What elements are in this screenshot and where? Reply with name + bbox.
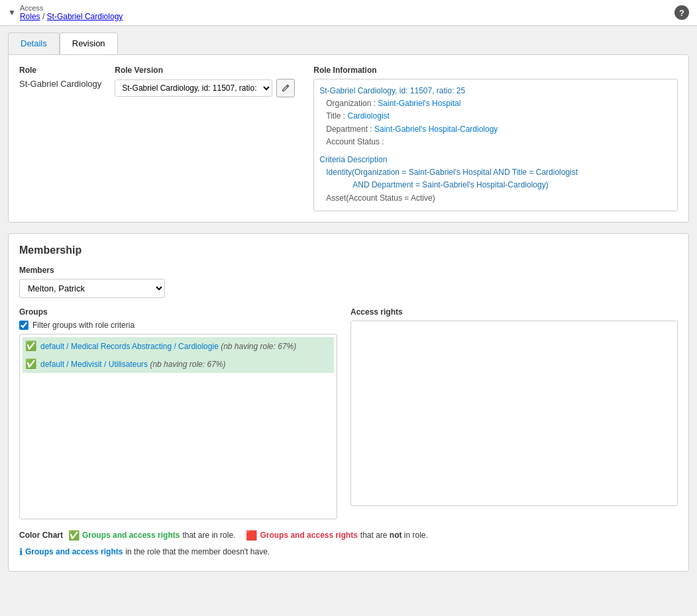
color-chart-label: Color Chart (19, 529, 63, 543)
info-org: Organization : Saint-Gabriel's Hospital (319, 97, 672, 110)
tab-bar: Details Revision (8, 32, 689, 54)
no-access-text: Groups and access rights (25, 545, 123, 560)
group-text-2: default / Medivisit / Utilisateurs (nb h… (40, 358, 225, 370)
groups-access-row: Groups Filter groups with role criteria … (19, 307, 678, 519)
dept-label: Department : (326, 125, 374, 134)
group-item-2: ✅ default / Medivisit / Utilisateurs (nb… (23, 355, 334, 373)
breadcrumb-sep: / (42, 12, 47, 21)
in-role-text: Groups and access rights (82, 529, 180, 543)
org-label: Organization : (326, 99, 378, 108)
role-info-column: Role Information St-Gabriel Cardiology, … (313, 66, 678, 211)
members-label: Members (19, 266, 678, 275)
blue-q-icon: ℹ (19, 544, 23, 560)
info-status: Account Status : (319, 136, 672, 148)
breadcrumb-roles-link[interactable]: Roles (20, 12, 40, 21)
role-card: Role St-Gabriel Cardiology Role Version … (8, 54, 689, 223)
in-role-desc: that are in role. (182, 529, 235, 543)
group-italic-2: (nb having role: 67%) (150, 360, 225, 369)
not-in-role-desc: that are not in role. (360, 529, 428, 543)
role-column: Role St-Gabriel Cardiology (19, 66, 101, 89)
criteria-identity: Identity(Organization = Saint-Gabriel's … (326, 166, 672, 179)
color-chart-green-check: ✅ (68, 527, 80, 544)
criteria-header: Criteria Description (319, 154, 672, 166)
group-italic-1: (nb having role: 67%) (221, 342, 296, 351)
not-in-role-text: Groups and access rights (260, 529, 357, 543)
color-chart-row2: ℹ Groups and access rights in the role t… (19, 544, 678, 560)
role-value: St-Gabriel Cardiology (19, 79, 101, 89)
breadcrumb-current-link[interactable]: St-Gabriel Cardiology (47, 12, 123, 21)
main-content: Details Revision Role St-Gabriel Cardiol… (0, 26, 697, 578)
chevron-down-icon[interactable]: ▼ (8, 8, 16, 17)
membership-section: Membership Members Melton, Patrick Group… (8, 233, 689, 572)
org-value: Saint-Gabriel's Hospital (378, 99, 460, 108)
group-link-2[interactable]: default / Medivisit / Utilisateurs (40, 360, 148, 369)
title-value: Cardiologist (348, 111, 390, 121)
red-exclaim-icon: 🟥 (246, 527, 257, 544)
role-info-label: Role Information (313, 66, 678, 75)
status-label: Account Status : (326, 137, 384, 146)
help-button[interactable]: ? (674, 5, 689, 20)
groups-column: Groups Filter groups with role criteria … (19, 307, 337, 519)
top-bar: ▼ Access Roles / St-Gabriel Cardiology ? (0, 0, 697, 26)
access-rights-box (350, 321, 678, 506)
role-version-column: Role Version St-Gabriel Cardiology, id: … (115, 66, 300, 97)
role-section: Role St-Gabriel Cardiology Role Version … (19, 66, 678, 211)
green-check-icon-2: ✅ (25, 357, 36, 371)
title-label: Title : (326, 111, 347, 121)
criteria-and: AND Department = Saint-Gabriel's Hospita… (352, 179, 672, 191)
green-check-icon: ✅ (25, 339, 36, 353)
color-chart: Color Chart ✅ Groups and access rights t… (19, 527, 678, 560)
access-rights-label: Access rights (350, 307, 678, 317)
breadcrumb: Access Roles / St-Gabriel Cardiology (20, 4, 123, 21)
member-select[interactable]: Melton, Patrick (19, 279, 165, 298)
role-label: Role (19, 66, 101, 75)
version-select[interactable]: St-Gabriel Cardiology, id: 11507, ratio: (115, 79, 272, 97)
group-text-1: default / Medical Records Abstracting / … (40, 340, 296, 352)
filter-checkbox[interactable] (19, 321, 28, 330)
breadcrumb-parent: Access (20, 4, 43, 12)
breadcrumb-path: Roles / St-Gabriel Cardiology (20, 12, 123, 21)
membership-title: Membership (19, 244, 678, 256)
info-dept: Department : Saint-Gabriel's Hospital-Ca… (319, 123, 672, 136)
group-link-1[interactable]: default / Medical Records Abstracting / … (40, 342, 219, 351)
edit-version-button[interactable] (276, 79, 295, 97)
dept-value: Saint-Gabriel's Hospital-Cardiology (374, 125, 498, 134)
tab-revision[interactable]: Revision (60, 32, 118, 54)
groups-list: ✅ default / Medical Records Abstracting … (19, 334, 337, 519)
tab-details[interactable]: Details (8, 32, 60, 54)
breadcrumb-area: ▼ Access Roles / St-Gabriel Cardiology (8, 4, 123, 21)
group-item: ✅ default / Medical Records Abstracting … (23, 337, 334, 355)
info-line1: St-Gabriel Cardiology, id: 11507, ratio:… (319, 85, 672, 97)
no-access-desc: in the role that the member doesn't have… (125, 545, 270, 560)
info-title: Title : Cardiologist (319, 110, 672, 123)
access-rights-column: Access rights (350, 307, 678, 519)
criteria-asset: Asset(Account Status = Active) (326, 192, 672, 205)
version-label: Role Version (115, 66, 300, 75)
color-chart-row1: Color Chart ✅ Groups and access rights t… (19, 527, 678, 544)
filter-label: Filter groups with role criteria (32, 321, 134, 330)
version-select-wrapper: St-Gabriel Cardiology, id: 11507, ratio: (115, 79, 300, 97)
filter-row: Filter groups with role criteria (19, 321, 337, 330)
groups-label: Groups (19, 307, 337, 317)
role-info-box[interactable]: St-Gabriel Cardiology, id: 11507, ratio:… (313, 79, 678, 211)
